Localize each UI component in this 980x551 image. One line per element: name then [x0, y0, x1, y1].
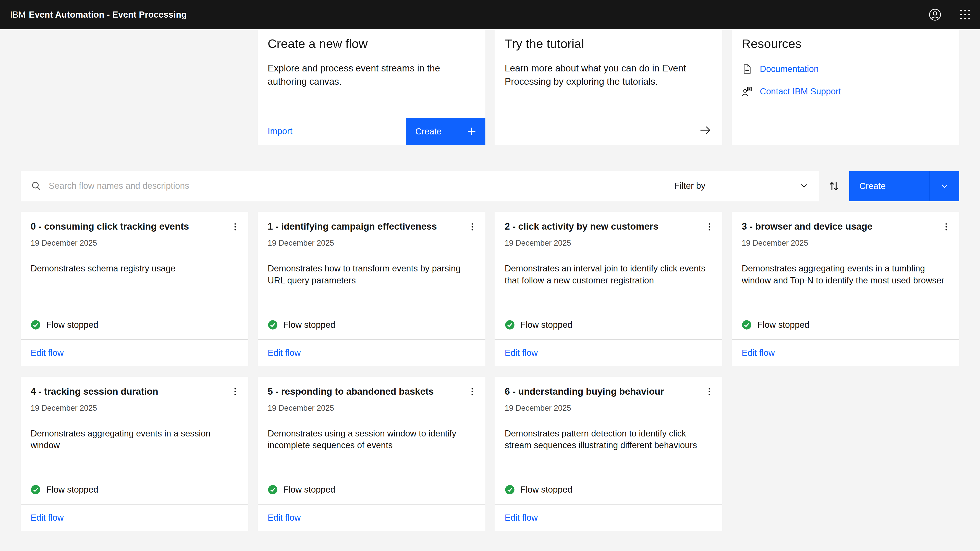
- promo-section: Create a new flow Explore and process ev…: [21, 29, 959, 145]
- create-flow-card-description: Explore and process event streams in the…: [268, 62, 474, 88]
- edit-flow-link[interactable]: Edit flow: [505, 513, 538, 523]
- flow-title: 0 - consuming click tracking events: [30, 221, 197, 233]
- flow-title: 3 - browser and device usage: [741, 221, 880, 233]
- arrow-right-icon: [699, 124, 711, 136]
- edit-flow-link[interactable]: Edit flow: [505, 348, 538, 358]
- flow-title: 1 - identifying campaign effectiveness: [268, 221, 445, 233]
- support-icon: [741, 86, 752, 97]
- flow-status: Flow stopped: [741, 320, 950, 330]
- flow-title: 6 - understanding buying behaviour: [505, 386, 672, 398]
- user-avatar-button[interactable]: [920, 0, 950, 29]
- app-switcher-button[interactable]: [950, 0, 980, 29]
- plus-icon: [467, 127, 476, 136]
- overflow-menu-button[interactable]: [701, 219, 718, 235]
- flow-date: 19 December 2025: [268, 238, 476, 248]
- create-button[interactable]: Create: [850, 171, 929, 201]
- app-title: IBMEvent Automation - Event Processing: [10, 10, 186, 20]
- flow-card-body: 1 - identifying campaign effectiveness 1…: [258, 212, 485, 339]
- edit-flow-link[interactable]: Edit flow: [268, 348, 301, 358]
- create-flow-button[interactable]: Create: [406, 118, 485, 145]
- filter-by-dropdown[interactable]: Filter by: [664, 171, 819, 201]
- tutorial-card-description: Learn more about what you can do in Even…: [505, 62, 711, 88]
- flow-stopped-icon: [505, 320, 515, 330]
- sort-button[interactable]: [819, 171, 850, 201]
- flow-description: Demonstrates schema registry usage: [30, 262, 239, 275]
- toolbar: Filter by Create: [21, 171, 959, 201]
- brand-prefix: IBM: [10, 10, 26, 19]
- flow-status: Flow stopped: [30, 320, 239, 330]
- flow-status: Flow stopped: [268, 320, 476, 330]
- flow-date: 19 December 2025: [30, 403, 239, 413]
- flow-card-body: 5 - responding to abandoned baskets 19 D…: [258, 377, 485, 504]
- edit-flow-link[interactable]: Edit flow: [268, 513, 301, 523]
- flow-title: 2 - click activity by new customers: [505, 221, 666, 233]
- kebab-icon: [468, 222, 477, 232]
- flow-card-head: 5 - responding to abandoned baskets: [268, 386, 476, 400]
- flow-card-head: 4 - tracking session duration: [30, 386, 239, 400]
- create-flow-button-label: Create: [415, 127, 442, 137]
- create-menu-button[interactable]: [929, 171, 959, 201]
- flow-description: Demonstrates using a session window to i…: [268, 427, 476, 451]
- flow-status-text: Flow stopped: [283, 485, 335, 495]
- kebab-icon: [231, 387, 240, 396]
- flow-card-body: 6 - understanding buying behaviour 19 De…: [495, 377, 722, 504]
- flow-card: 6 - understanding buying behaviour 19 De…: [495, 377, 722, 531]
- edit-flow-link[interactable]: Edit flow: [741, 348, 775, 358]
- promo-spacer: [21, 29, 248, 145]
- tutorial-arrow-button[interactable]: [697, 122, 714, 139]
- flow-description: Demonstrates how to transform events by …: [268, 262, 476, 286]
- flow-card-footer: Edit flow: [258, 504, 485, 531]
- import-link[interactable]: Import: [268, 126, 293, 136]
- flow-status: Flow stopped: [268, 485, 476, 495]
- flow-title: 5 - responding to abandoned baskets: [268, 386, 441, 398]
- documentation-link[interactable]: Documentation: [760, 64, 818, 74]
- overflow-menu-button[interactable]: [227, 219, 243, 235]
- flow-card: 0 - consuming click tracking events 19 D…: [21, 212, 248, 366]
- flow-card-footer: Edit flow: [21, 339, 248, 366]
- kebab-icon: [468, 387, 477, 396]
- flow-description: Demonstrates pattern detection to identi…: [505, 427, 713, 451]
- flow-card-body: 0 - consuming click tracking events 19 D…: [21, 212, 248, 339]
- flow-title: 4 - tracking session duration: [30, 386, 165, 398]
- flow-card: 4 - tracking session duration 19 Decembe…: [21, 377, 248, 531]
- documentation-row: Documentation: [741, 64, 950, 75]
- flow-date: 19 December 2025: [30, 238, 239, 248]
- overflow-menu-button[interactable]: [938, 219, 955, 235]
- edit-flow-link[interactable]: Edit flow: [30, 513, 64, 523]
- kebab-icon: [942, 222, 951, 232]
- flow-status: Flow stopped: [505, 485, 713, 495]
- flow-card-footer: Edit flow: [732, 339, 959, 366]
- flow-status: Flow stopped: [30, 485, 239, 495]
- search-box[interactable]: [21, 171, 664, 201]
- flow-card-body: 3 - browser and device usage 19 December…: [732, 212, 959, 339]
- flow-card: 3 - browser and device usage 19 December…: [732, 212, 959, 366]
- flow-status-text: Flow stopped: [520, 320, 573, 330]
- flow-card: 1 - identifying campaign effectiveness 1…: [258, 212, 485, 366]
- flow-status: Flow stopped: [505, 320, 713, 330]
- flow-description: Demonstrates aggregating events in a tum…: [741, 262, 950, 286]
- flow-status-text: Flow stopped: [520, 485, 573, 495]
- search-input[interactable]: [49, 181, 653, 191]
- create-flow-card: Create a new flow Explore and process ev…: [258, 29, 485, 145]
- kebab-icon: [705, 222, 714, 232]
- flow-card-head: 0 - consuming click tracking events: [30, 221, 239, 235]
- flow-card-footer: Edit flow: [495, 339, 722, 366]
- chevron-down-white-icon: [940, 181, 950, 191]
- chevron-down-icon: [799, 181, 809, 191]
- resources-card-title: Resources: [741, 36, 950, 52]
- flow-date: 19 December 2025: [741, 238, 950, 248]
- flow-card-footer: Edit flow: [21, 504, 248, 531]
- overflow-menu-button[interactable]: [464, 384, 480, 400]
- sort-arrows-icon: [829, 181, 840, 192]
- overflow-menu-button[interactable]: [464, 219, 480, 235]
- overflow-menu-button[interactable]: [227, 384, 243, 400]
- edit-flow-link[interactable]: Edit flow: [30, 348, 64, 358]
- overflow-menu-button[interactable]: [701, 384, 718, 400]
- flow-stopped-icon: [741, 320, 752, 330]
- create-flow-card-title: Create a new flow: [268, 36, 476, 52]
- flow-description: Demonstrates an interval join to identif…: [505, 262, 713, 286]
- flow-status-text: Flow stopped: [46, 485, 98, 495]
- flow-stopped-icon: [30, 320, 41, 330]
- create-split-button: Create: [850, 171, 959, 201]
- contact-support-link[interactable]: Contact IBM Support: [760, 86, 841, 97]
